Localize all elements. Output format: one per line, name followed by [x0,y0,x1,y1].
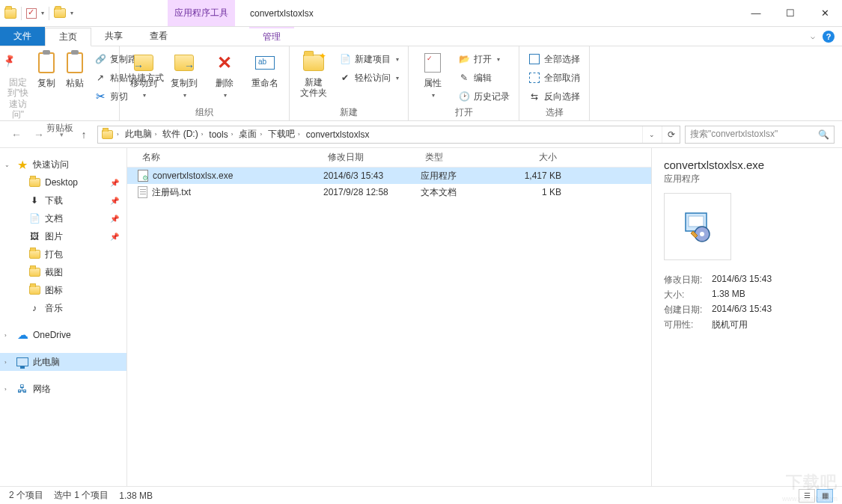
tab-home[interactable]: 主页 [45,28,91,46]
select-none-button[interactable]: 全部取消 [525,70,583,86]
details-row: 创建日期:2014/6/3 15:43 [664,304,830,316]
forward-button[interactable]: → [30,126,48,144]
recent-dropdown[interactable]: ▾ [52,126,70,144]
nav-item-icon [28,176,40,188]
file-row[interactable]: convertxlstoxlsx.exe2014/6/3 15:43应用程序1,… [127,168,651,184]
paste-button[interactable]: 粘贴 [63,49,87,90]
nav-item-icon: 🖼 [28,230,40,242]
nav-item-label: 打包 [45,248,63,261]
copy-button[interactable]: 复制 [34,49,58,90]
qat-newfolder-button[interactable] [54,8,66,18]
file-name: 注册码.txt [152,186,191,199]
breadcrumb-seg[interactable]: convertxlstoxlsx [304,129,372,140]
details-row: 可用性:脱机可用 [664,319,830,331]
maximize-button[interactable]: ☐ [773,0,808,26]
scissors-icon: ✂ [94,90,106,102]
tab-share[interactable]: 共享 [91,27,136,46]
breadcrumb-seg[interactable]: 软件 (D:)› [160,128,205,141]
nav-onedrive[interactable]: ›☁OneDrive [0,326,126,344]
rename-button[interactable]: 重命名 [247,49,283,90]
invert-icon: ⇆ [528,90,540,102]
close-button[interactable]: ✕ [808,0,842,26]
svg-rect-1 [689,216,704,227]
nav-quick-access[interactable]: ⌄★快速访问 [0,156,126,173]
group-select-label: 选择 [525,105,583,119]
nav-item[interactable]: ⬇下载📌 [0,191,126,209]
pin-icon: 📌 [110,179,119,187]
status-count: 2 个项目 [9,489,43,502]
pin-icon: 📌 [110,233,119,241]
location-icon [101,129,113,141]
nav-network[interactable]: ›🖧网络 [0,380,126,398]
edit-button[interactable]: ✎编辑 [455,70,513,86]
nav-item-label: 下载 [45,194,63,207]
col-date[interactable]: 修改日期 [323,151,421,164]
window-title: convertxlstoxlsx [235,0,739,26]
group-new-label: 新建 [296,105,402,119]
details-value: 脱机可用 [712,319,748,331]
view-large-button[interactable]: ▦ [817,489,833,503]
file-type: 应用程序 [421,170,509,182]
help-button[interactable]: ? [823,31,835,43]
exe-icon [138,170,148,182]
file-date: 2017/9/28 12:58 [323,187,421,197]
refresh-button[interactable]: ⟳ [662,126,680,143]
col-size[interactable]: 大小 [509,151,561,164]
back-button[interactable]: ← [7,126,25,144]
tab-view[interactable]: 查看 [136,27,181,46]
pin-quickaccess-button[interactable]: 📌 固定到"快 速访问" [6,49,30,120]
open-button[interactable]: 📂打开▾ [455,51,513,67]
nav-item[interactable]: 截图 [0,263,126,281]
qat-properties-button[interactable] [26,8,37,19]
nav-item[interactable]: 图标 [0,281,126,299]
minimize-button[interactable]: — [739,0,773,26]
nav-this-pc[interactable]: ›此电脑 [0,353,126,371]
collapse-ribbon-button[interactable]: ⌵ [811,32,815,40]
nav-item-label: 图片 [45,230,63,243]
pin-icon: 📌 [1,46,34,79]
nav-item[interactable]: 打包 [0,245,126,263]
history-button[interactable]: 🕑历史记录 [455,88,513,105]
navigation-pane: ⌄★快速访问 Desktop📌⬇下载📌📄文档📌🖼图片📌打包截图图标♪音乐 ›☁O… [0,148,127,486]
cloud-icon: ☁ [16,329,28,341]
up-button[interactable]: ↑ [75,126,93,144]
breadcrumb-seg[interactable]: 桌面› [237,128,264,141]
network-icon: 🖧 [16,383,28,395]
nav-item[interactable]: Desktop📌 [0,173,126,191]
tab-file[interactable]: 文件 [0,27,45,46]
nav-item[interactable]: 📄文档📌 [0,209,126,227]
properties-icon [421,51,445,75]
new-folder-button[interactable]: ✦ 新建 文件夹 [296,49,332,99]
address-dropdown[interactable]: ⌄ [642,126,660,143]
copy-to-button[interactable]: → 复制到▾ [166,49,202,99]
search-input[interactable]: 搜索"convertxlstoxlsx" 🔍 [685,126,835,144]
history-icon: 🕑 [458,90,470,102]
nav-item[interactable]: ♪音乐 [0,299,126,317]
tab-manage[interactable]: 管理 [249,27,294,46]
nav-item[interactable]: 🖼图片📌 [0,227,126,245]
column-headers[interactable]: 名称 修改日期 类型 大小 [127,148,651,168]
move-to-button[interactable]: → 移动到▾ [126,49,162,99]
view-details-button[interactable]: ☰ [799,489,815,503]
copy-icon [34,51,58,75]
breadcrumb-seg[interactable]: 下载吧› [266,128,302,141]
col-type[interactable]: 类型 [421,151,509,164]
properties-button[interactable]: 属性▾ [415,49,451,99]
invert-selection-button[interactable]: ⇆反向选择 [525,88,583,105]
col-name[interactable]: 名称 [138,151,323,164]
newitem-icon: 📄 [339,53,351,65]
quick-access-toolbar: ▾ ▾ [0,0,78,26]
pin-icon: 📌 [110,197,119,205]
file-row[interactable]: 注册码.txt2017/9/28 12:58文本文档1 KB [127,184,651,200]
select-all-button[interactable]: 全部选择 [525,51,583,67]
details-subtitle: 应用程序 [664,173,830,185]
nav-item-label: 图标 [45,284,63,297]
new-item-button[interactable]: 📄新建项目▾ [336,51,402,67]
breadcrumb-seg[interactable]: tools› [207,129,235,140]
easy-access-button[interactable]: ✔轻松访问▾ [336,70,402,86]
star-icon: ★ [16,159,28,170]
address-bar[interactable]: › 此电脑› 软件 (D:)› tools› 桌面› 下载吧› convertx… [97,126,680,144]
breadcrumb-seg[interactable]: 此电脑› [123,128,159,141]
move-icon: → [132,51,156,75]
delete-button[interactable]: ✕ 删除▾ [207,49,242,99]
